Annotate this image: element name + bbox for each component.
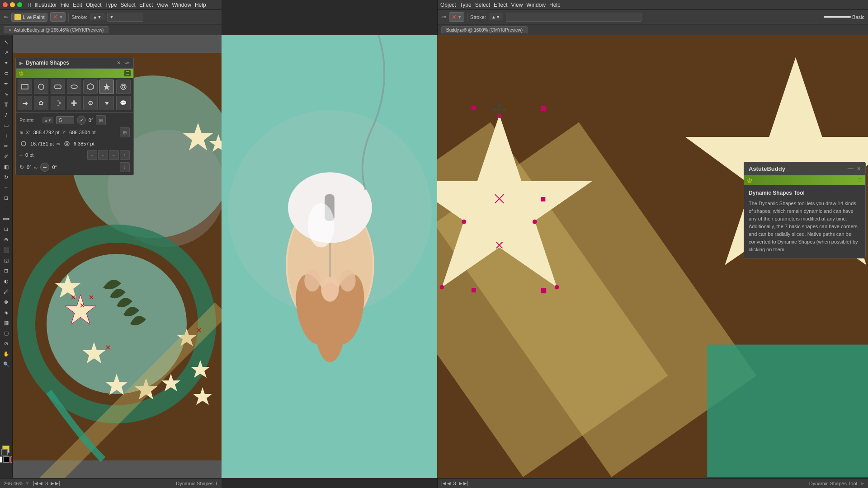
ab-minimize-btn[interactable]: — [848,165,854,172]
fill-color[interactable] [0,456,2,463]
menu-view[interactable]: View [156,2,168,8]
shape-btn-polygon[interactable] [83,80,98,94]
ab-close-btn[interactable]: × [857,165,861,172]
menu-object[interactable]: Object [86,2,102,8]
shape-btn-circle[interactable] [34,80,48,94]
menu-view-right[interactable]: View [511,2,523,8]
shape-btn-ring[interactable] [116,80,131,94]
slice-tool[interactable]: ⊘ [1,338,11,348]
pen-tool[interactable]: ✒ [1,79,11,89]
menu-window-right[interactable]: Window [526,2,546,8]
menu-effect-right[interactable]: Effect [494,2,507,8]
mirror-tool[interactable]: ↔ [1,183,11,192]
nav-end-btn[interactable]: ▶| [55,481,60,486]
menu-edit[interactable]: Edit [73,2,82,8]
close-window-btn[interactable] [3,2,8,7]
menu-window[interactable]: Window [172,2,191,8]
menu-illustrator[interactable]: Illustrator [34,2,57,8]
line-tool[interactable]: / [1,110,11,120]
magic-wand-tool[interactable]: ✦ [1,58,11,68]
menu-apple[interactable]:  [28,1,31,9]
collapse-arrow-right[interactable]: «« [441,14,446,19]
shape-btn-ellipse[interactable] [67,80,81,94]
ab-menu-btn[interactable]: ☰ [858,177,863,183]
corner-style-3[interactable]: ⌐ [109,150,119,160]
stroke-dropdown-right[interactable] [506,13,642,22]
paintbrush-tool[interactable]: ⌇ [1,131,11,141]
stroke-control-left[interactable]: ▲▼ [90,14,104,20]
stroke-dropdown-left[interactable]: ▼ [107,13,143,22]
rotation-dial-2[interactable] [40,163,49,172]
doc-tab-close[interactable]: × [9,28,11,33]
menu-help[interactable]: Help [195,2,206,8]
rectangle-shape-tool[interactable]: ▭ [1,120,11,130]
pencil-tool[interactable]: ✏ [1,141,11,151]
nav-prev-btn[interactable]: ◀ [39,481,42,486]
artboard-tool[interactable]: ▢ [1,328,11,338]
shape-btn-cross[interactable]: ✚ [67,96,81,110]
free-transform-tool[interactable]: ⊡ [1,224,11,234]
direct-selection-tool[interactable]: ↗ [1,47,11,57]
warp-tool[interactable]: ⋯ [1,203,11,213]
shape-btn-bubble[interactable]: 💬 [116,96,131,110]
paint-tool-right[interactable]: ✕ ▼ [449,12,464,22]
corner-style-2[interactable]: ⌐ [98,150,108,160]
shape-btn-cog[interactable]: ⚙ [83,96,98,110]
hand-tool[interactable]: ✋ [1,349,11,359]
graph-tool[interactable]: ▦ [1,318,11,328]
live-paint-dropdown[interactable]: Live Paint [11,13,47,22]
ds-panel-close-btn[interactable]: × [117,59,121,66]
eraser-tool[interactable]: ◧ [1,162,11,172]
shape-btn-arrow[interactable]: ➜ [18,96,32,110]
grid-icon-xy[interactable]: ⊞ [120,127,130,137]
shape-btn-crescent[interactable]: ☽ [51,96,65,110]
type-tool[interactable]: T [1,99,11,109]
nav-prev-btn-right[interactable]: ◀ [447,481,451,486]
collapse-arrow[interactable]: «« [4,14,9,19]
link-icon[interactable]: ∞ [57,141,60,146]
shape-btn-gear[interactable]: ✿ [34,96,48,110]
zoom-level-left[interactable]: 266.46% [4,481,23,486]
menu-select-right[interactable]: Select [475,2,490,8]
stroke-control-right[interactable]: ▲▼ [489,14,503,20]
menu-file[interactable]: File [61,2,69,8]
nav-start-btn[interactable]: |◀ [33,481,38,486]
shape-btn-rectangle[interactable] [18,80,32,94]
panel-collapse-arrow[interactable]: ▶ [19,61,23,66]
live-paint-tool[interactable]: ⬛ [1,245,11,255]
menu-object-right[interactable]: Object [440,2,456,8]
rotate-tool[interactable]: ↻ [1,172,11,182]
shape-builder-tool[interactable]: ⊕ [1,235,11,244]
corner-style-4[interactable]: ↕ [120,150,130,160]
doc-tab-right[interactable]: Buddy.ai® @ 1600% (CMYK/Preview) [441,26,528,33]
paint-tool-btn[interactable]: ✕ ▼ [50,12,66,22]
curvature-tool[interactable]: ∿ [1,89,11,99]
scale-tool[interactable]: ⊡ [1,193,11,203]
menu-select-left[interactable]: Select [121,2,136,8]
link-icon-2[interactable]: ∞ [34,164,38,170]
flip-btn[interactable]: ↕ [120,162,130,172]
perspective-tool[interactable]: ◱ [1,255,11,265]
points-input[interactable]: 5 [56,116,74,124]
zoom-tool[interactable]: 🔍 [1,359,11,369]
menu-type[interactable]: Type [105,2,117,8]
selection-tool[interactable]: ↖ [1,37,11,47]
menu-help-right[interactable]: Help [549,2,561,8]
panel-expand-btn[interactable]: »» [124,60,130,66]
width-tool[interactable]: ⟺ [1,214,11,224]
lasso-tool[interactable]: ⊂ [1,68,11,78]
minimize-window-btn[interactable] [10,2,15,7]
symbol-sprayer-tool[interactable]: ◈ [1,307,11,317]
shaper-tool[interactable]: ✐ [1,151,11,161]
menu-type-right[interactable]: Type [460,2,472,8]
corner-style-1[interactable]: ⌐ [87,150,97,160]
rotation-dial[interactable] [77,116,86,125]
maximize-window-btn[interactable] [17,2,22,7]
mesh-tool[interactable]: ⊞ [1,266,11,276]
nav-next-btn[interactable]: ▶ [51,481,54,486]
stroke-color[interactable] [3,456,9,463]
gradient-tool[interactable]: ◐ [1,276,11,286]
doc-tab-left[interactable]: × AstuteBuddy.ai @ 266.46% (CMYK/Preview… [4,26,108,33]
nav-end-btn-right[interactable]: ▶| [463,481,468,486]
shape-btn-star[interactable] [99,80,114,94]
